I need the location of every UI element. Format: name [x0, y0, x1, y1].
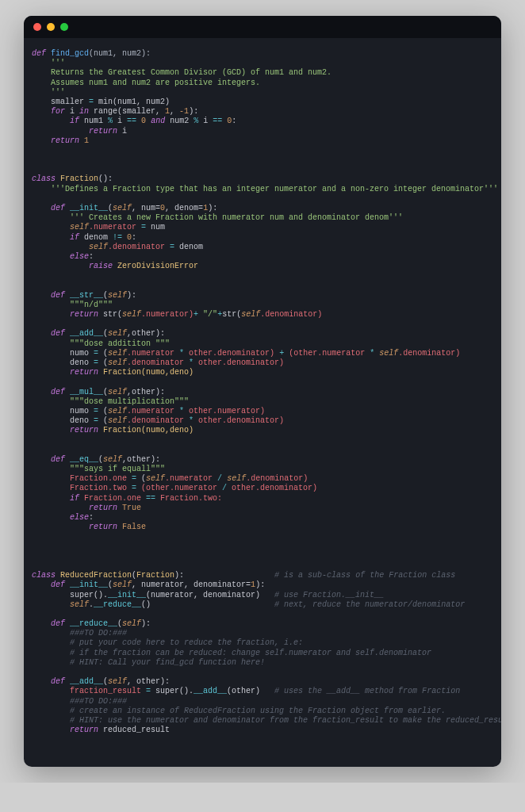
sep: ,	[170, 107, 179, 116]
params: ,other):	[127, 388, 165, 396]
line: numo	[32, 407, 94, 416]
indent	[32, 619, 51, 628]
line: deno	[32, 416, 94, 425]
indent	[32, 677, 51, 686]
attr: .denominator)	[398, 349, 460, 358]
attr: .numerator	[127, 349, 179, 358]
self: self	[108, 329, 127, 338]
comment: ###TO DO:###	[32, 629, 127, 638]
indent	[32, 504, 89, 512]
code-area: def find_gcd(num1, num2): ''' Returns th…	[24, 38, 501, 767]
kw-return: return	[70, 368, 98, 377]
paren: (	[98, 349, 108, 358]
line: deno	[32, 358, 94, 367]
self: self	[122, 619, 141, 628]
kw-for: for	[51, 107, 65, 116]
docstring: """dose addititon """	[32, 339, 170, 348]
dunder-add: __add__	[70, 329, 103, 338]
self: self	[113, 204, 132, 213]
self: self	[146, 474, 165, 483]
args: (numerator, denominator)	[146, 591, 274, 599]
kw-else: else	[70, 513, 89, 522]
kw-return: return	[70, 310, 98, 319]
dunder-reduce: __reduce__	[94, 600, 141, 609]
kw-and: and	[151, 117, 165, 125]
paren: ):	[208, 204, 217, 213]
window-titlebar	[24, 16, 501, 38]
call: super().	[32, 591, 108, 599]
var: num2	[165, 117, 194, 125]
close-button[interactable]	[33, 23, 41, 31]
params: , numerator, denominator=	[132, 580, 251, 589]
call: range(smaller,	[89, 107, 165, 116]
attr: (other.numerator	[284, 349, 370, 358]
kw-return: return	[70, 726, 98, 734]
docstring: '''	[32, 59, 65, 67]
indent	[32, 329, 51, 338]
minimize-button[interactable]	[47, 23, 55, 31]
self: self	[108, 358, 127, 367]
comment: # uses the __add__ method from Fraction	[274, 687, 460, 695]
comment: # create an instance of ReducedFraction …	[32, 707, 446, 715]
sp	[184, 571, 274, 580]
indent	[32, 127, 89, 136]
dunder-add: __add__	[70, 677, 103, 686]
params: ,other):	[127, 329, 165, 338]
indent	[32, 136, 51, 145]
paren: ():	[98, 174, 113, 183]
maximize-button[interactable]	[60, 23, 68, 31]
attr: Fraction.one	[79, 494, 146, 503]
indent	[32, 223, 70, 232]
params: , denom=	[165, 204, 203, 213]
kw-def: def	[51, 455, 70, 464]
self: self	[113, 580, 132, 589]
code-line: smaller	[32, 98, 89, 106]
comment: ###TO DO:###	[32, 697, 127, 706]
paren: ):	[174, 571, 184, 580]
attr: .numerator	[89, 223, 141, 232]
call: Fraction(numo,deno)	[98, 426, 194, 435]
bool: False	[117, 523, 146, 531]
self: self	[241, 310, 260, 319]
comment: # HINT: Call your find_gcd function here…	[32, 658, 265, 667]
editor-window: def find_gcd(num1, num2): ''' Returns th…	[24, 16, 501, 767]
self: self	[379, 349, 398, 358]
kw-if: if	[70, 233, 79, 242]
indent	[32, 426, 70, 435]
paren: (	[98, 416, 108, 425]
var: num1	[79, 117, 108, 125]
attr: other.numerator)	[184, 407, 265, 416]
dunder-reduce: __reduce__	[70, 619, 117, 628]
var: i	[117, 127, 127, 136]
self: self	[108, 291, 127, 300]
self: self	[108, 407, 127, 416]
line: numo	[32, 349, 94, 358]
indent	[32, 368, 70, 377]
kw-def: def	[51, 580, 70, 589]
indent	[32, 388, 51, 396]
paren: (	[136, 474, 146, 483]
self: self	[108, 677, 127, 686]
op: !=	[113, 233, 122, 242]
attr: (other.numerator	[136, 484, 222, 492]
attr: .denominator	[108, 243, 170, 251]
docstring: Assumes num1 and num2 are positive integ…	[32, 79, 260, 87]
indent	[32, 600, 70, 609]
self: self	[103, 455, 122, 464]
attr: .denominator	[127, 416, 189, 425]
params: , other):	[127, 677, 170, 686]
dunder-init: __init__	[108, 591, 146, 599]
kw-class: class	[32, 174, 60, 183]
code-line: min(num1, num2)	[94, 98, 170, 106]
dunder-eq: __eq__	[70, 455, 98, 464]
dunder-init: __init__	[70, 580, 108, 589]
docstring: '''Defines a Fraction type that has an i…	[32, 185, 498, 193]
self: self	[70, 600, 89, 609]
kw-def: def	[51, 677, 70, 686]
var: denom	[174, 243, 203, 251]
attr: .denominator)	[246, 474, 308, 483]
indent	[32, 310, 70, 319]
indent	[32, 726, 70, 734]
var: num	[146, 223, 165, 232]
params: , num=	[132, 204, 160, 213]
